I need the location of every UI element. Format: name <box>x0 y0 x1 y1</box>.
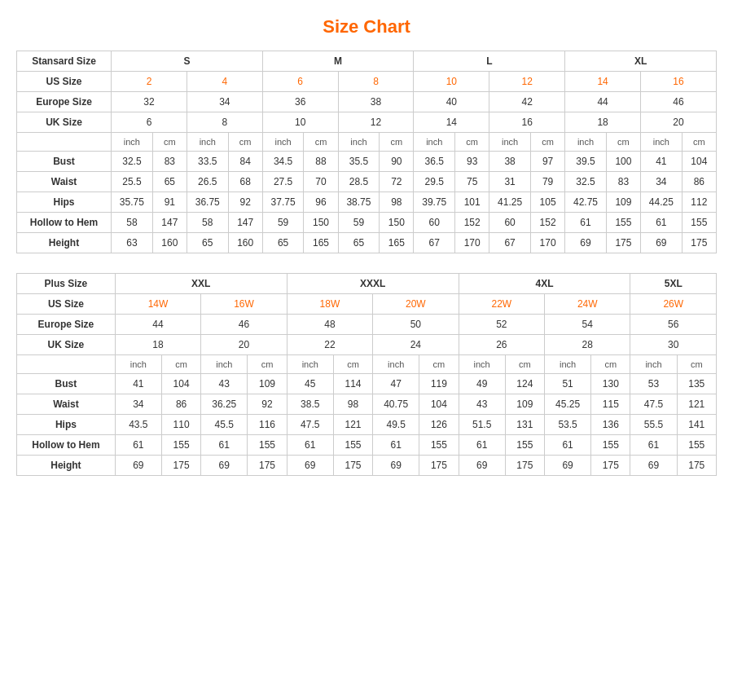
meas-val: 150 <box>304 213 338 233</box>
table-row: Bust 41 104 43 109 45 114 47 119 49 124 … <box>17 374 717 394</box>
meas-val: 61 <box>287 435 333 456</box>
meas-val: 141 <box>677 415 716 435</box>
meas-val: 34.5 <box>262 152 304 172</box>
meas-val: 59 <box>338 213 380 233</box>
plus-label: Plus Size <box>17 274 116 294</box>
meas-val: 75 <box>455 172 489 192</box>
sub-header: cm <box>455 133 489 152</box>
meas-val: 155 <box>248 435 287 456</box>
meas-val: 36.75 <box>187 192 228 213</box>
waist-label: Waist <box>17 172 112 192</box>
meas-val: 37.75 <box>262 192 304 213</box>
meas-val: 160 <box>152 233 187 253</box>
meas-val: 175 <box>161 456 200 476</box>
meas-val: 175 <box>682 233 716 253</box>
meas-val: 61 <box>459 435 505 456</box>
sub-header: cm <box>606 133 640 152</box>
group-5xl: 5XL <box>630 274 717 294</box>
uk-size-val: 8 <box>187 112 262 133</box>
sub-header: inch <box>414 133 455 152</box>
meas-val: 61 <box>630 435 677 456</box>
meas-val: 33.5 <box>187 152 228 172</box>
meas-val: 83 <box>152 152 187 172</box>
meas-val: 38 <box>489 152 531 172</box>
sub-header: cm <box>530 133 564 152</box>
table-row: UK Size 6 8 10 12 14 16 18 20 <box>17 112 717 133</box>
europe-size-val: 44 <box>115 315 200 335</box>
uk-size-val: 26 <box>459 335 544 355</box>
meas-val: 155 <box>505 435 544 456</box>
standard-size-table: Stansard Size S M L XL US Size 2 4 6 8 1… <box>16 51 717 253</box>
meas-val: 49.5 <box>373 415 419 435</box>
sub-header: inch <box>201 355 248 374</box>
uk-size-val: 18 <box>565 112 641 133</box>
meas-val: 92 <box>248 394 287 415</box>
us-size-val: 14 <box>565 72 641 92</box>
table-row: Europe Size 32 34 36 38 40 42 44 46 <box>17 92 717 112</box>
meas-val: 35.75 <box>112 192 153 213</box>
sub-header: inch <box>187 133 228 152</box>
meas-val: 58 <box>187 213 228 233</box>
europe-size-val: 42 <box>489 92 565 112</box>
meas-val: 110 <box>161 415 200 435</box>
meas-val: 170 <box>455 233 489 253</box>
empty-cell <box>17 133 112 152</box>
table-row: Plus Size XXL XXXL 4XL 5XL <box>17 274 717 294</box>
uk-size-label-plus: UK Size <box>17 335 116 355</box>
meas-val: 79 <box>530 172 564 192</box>
meas-val: 60 <box>414 213 455 233</box>
us-size-val: 16W <box>201 294 287 315</box>
group-l: L <box>414 51 565 72</box>
standard-label: Stansard Size <box>17 51 112 72</box>
meas-val: 65 <box>338 233 380 253</box>
meas-val: 155 <box>606 213 640 233</box>
us-size-val: 24W <box>545 294 630 315</box>
meas-val: 135 <box>677 374 716 394</box>
sub-header: inch <box>459 355 505 374</box>
meas-val: 170 <box>530 233 564 253</box>
page-title: Size Chart <box>16 16 717 37</box>
meas-val: 25.5 <box>112 172 153 192</box>
meas-val: 115 <box>591 394 630 415</box>
meas-val: 61 <box>565 213 607 233</box>
sub-header: inch <box>630 355 677 374</box>
sub-header: inch <box>545 355 591 374</box>
meas-val: 45.5 <box>201 415 248 435</box>
meas-val: 45 <box>287 374 333 394</box>
meas-val: 84 <box>228 152 262 172</box>
meas-val: 28.5 <box>338 172 380 192</box>
meas-val: 67 <box>489 233 531 253</box>
uk-size-val: 6 <box>112 112 187 133</box>
meas-val: 38.75 <box>338 192 380 213</box>
hollow-to-hem-label-plus: Hollow to Hem <box>17 435 116 456</box>
meas-val: 67 <box>414 233 455 253</box>
uk-size-val: 10 <box>262 112 338 133</box>
meas-val: 90 <box>380 152 414 172</box>
meas-val: 32.5 <box>565 172 607 192</box>
table-row: inch cm inch cm inch cm inch cm inch cm … <box>17 355 717 374</box>
meas-val: 70 <box>304 172 338 192</box>
meas-val: 41 <box>115 374 161 394</box>
europe-size-val: 36 <box>262 92 338 112</box>
meas-val: 69 <box>115 456 161 476</box>
meas-val: 59 <box>262 213 304 233</box>
meas-val: 69 <box>287 456 333 476</box>
meas-val: 69 <box>630 456 677 476</box>
us-size-val: 10 <box>414 72 489 92</box>
meas-val: 26.5 <box>187 172 228 192</box>
europe-size-val: 44 <box>565 92 641 112</box>
meas-val: 147 <box>152 213 187 233</box>
sub-header: inch <box>373 355 419 374</box>
meas-val: 36.5 <box>414 152 455 172</box>
table-row: Bust 32.5 83 33.5 84 34.5 88 35.5 90 36.… <box>17 152 717 172</box>
sub-header: inch <box>262 133 304 152</box>
meas-val: 69 <box>201 456 248 476</box>
europe-size-val: 52 <box>459 315 544 335</box>
us-size-val: 8 <box>338 72 414 92</box>
meas-val: 65 <box>262 233 304 253</box>
us-size-val: 18W <box>287 294 372 315</box>
us-size-label: US Size <box>17 72 112 92</box>
meas-val: 155 <box>161 435 200 456</box>
meas-val: 51.5 <box>459 415 505 435</box>
meas-val: 175 <box>591 456 630 476</box>
